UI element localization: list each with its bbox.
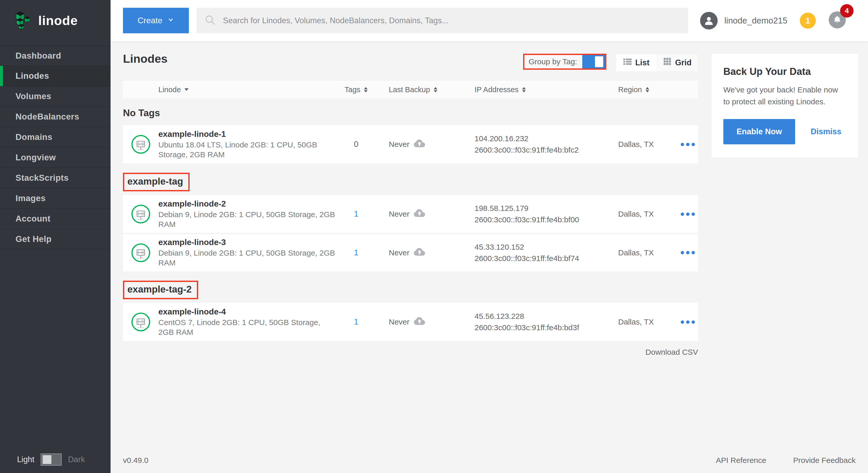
footer-links: API Reference Provide Feedback <box>716 456 856 465</box>
linode-name[interactable]: example-linode-3 <box>158 238 337 247</box>
linode-status-icon <box>123 135 158 154</box>
notifications-button[interactable]: 4 <box>829 11 846 28</box>
linode-row-example-linode-4[interactable]: example-linode-4 CentOS 7, Linode 2GB: 1… <box>123 303 698 341</box>
sidebar-item-get-help[interactable]: Get Help <box>0 229 111 249</box>
ipv6-address: 2600:3c00::f03c:91ff:fe4b:bfc2 <box>474 144 618 156</box>
page-header: Linodes Group by Tag: <box>123 41 698 71</box>
provide-feedback-link[interactable]: Provide Feedback <box>793 456 856 465</box>
row-actions-button[interactable] <box>678 143 698 146</box>
theme-switch[interactable] <box>40 453 62 466</box>
linode-status-icon <box>123 204 158 224</box>
sidebar-item-volumes[interactable]: Volumes <box>0 86 111 107</box>
column-header-ip-addresses[interactable]: IP Addresses <box>474 86 618 94</box>
row-actions-button[interactable] <box>678 212 698 216</box>
sidebar-item-domains[interactable]: Domains <box>0 127 111 147</box>
linode-logo-icon <box>15 10 32 31</box>
search-icon <box>204 14 216 27</box>
account-badge[interactable]: 1 <box>800 13 816 29</box>
sidebar-item-longview[interactable]: Longview <box>0 147 111 168</box>
theme-switch-knob <box>43 455 52 464</box>
tag-group-heading: example-tag <box>123 173 190 191</box>
sort-icon <box>522 87 526 93</box>
download-csv-link[interactable]: Download CSV <box>646 348 698 356</box>
chevron-down-icon <box>167 16 175 25</box>
api-reference-link[interactable]: API Reference <box>716 456 766 465</box>
linode-specs: CentOS 7, Linode 2GB: 1 CPU, 50GB Storag… <box>158 317 337 337</box>
backup-cloud-icon[interactable] <box>413 317 426 327</box>
tag-group-example-tag: example-tag example-linode-2 Deb <box>123 173 698 271</box>
linode-row-example-linode-3[interactable]: example-linode-3 Debian 9, Linode 2GB: 1… <box>123 233 698 271</box>
linode-logo[interactable]: linode <box>0 0 111 41</box>
sidebar-item-stackscripts[interactable]: StackScripts <box>0 168 111 188</box>
sort-icon <box>364 87 368 93</box>
region: Dallas, TX <box>618 317 678 326</box>
row-actions-button[interactable] <box>678 320 698 324</box>
column-header-linode[interactable]: Linode <box>158 86 337 94</box>
backup-cloud-icon[interactable] <box>413 209 426 219</box>
column-header-region[interactable]: Region <box>618 86 678 94</box>
sidebar-item-images[interactable]: Images <box>0 188 111 209</box>
region: Dallas, TX <box>618 248 678 257</box>
create-button[interactable]: Create <box>123 8 189 33</box>
page-footer: v0.49.0 API Reference Provide Feedback <box>123 456 856 465</box>
ellipsis-icon <box>681 320 684 324</box>
account-badge-count: 1 <box>805 16 810 26</box>
linode-groups: No Tags example-linode-1 Ubuntu <box>123 108 698 341</box>
user-menu[interactable]: linode_demo215 <box>700 0 787 41</box>
linode-specs: Debian 9, Linode 2GB: 1 CPU, 50GB Storag… <box>158 248 337 268</box>
linode-name[interactable]: example-linode-2 <box>158 199 337 209</box>
list-view-label: List <box>635 58 649 67</box>
backup-card-body: We've got your back! Enable now to prote… <box>723 84 846 108</box>
column-header-last-backup[interactable]: Last Backup <box>375 86 474 94</box>
sort-icon <box>434 87 437 93</box>
linode-specs: Ubuntu 18.04 LTS, Linode 2GB: 1 CPU, 50G… <box>158 140 337 160</box>
sort-icon <box>646 87 649 93</box>
grid-view-button[interactable]: Grid <box>657 54 698 71</box>
linode-row-example-linode-2[interactable]: example-linode-2 Debian 9, Linode 2GB: 1… <box>123 195 698 233</box>
search-input[interactable] <box>222 16 680 26</box>
theme-dark-label: Dark <box>68 455 85 464</box>
ipv4-address: 45.33.120.152 <box>474 241 618 253</box>
linode-status-icon <box>123 243 158 263</box>
grid-icon <box>664 58 672 68</box>
app-version: v0.49.0 <box>123 456 148 465</box>
linode-status-icon <box>123 312 158 332</box>
ellipsis-icon <box>681 143 684 146</box>
column-header-tags[interactable]: Tags <box>337 86 375 94</box>
row-actions-button[interactable] <box>678 251 698 254</box>
sidebar: linode Dashboard Linodes Volumes NodeBal… <box>0 0 111 473</box>
view-toggle: List Grid <box>616 54 698 72</box>
linode-name[interactable]: example-linode-4 <box>158 307 337 316</box>
ipv6-address: 2600:3c00::f03c:91ff:fe4b:bf74 <box>474 253 618 264</box>
linode-row-example-linode-1[interactable]: example-linode-1 Ubuntu 18.04 LTS, Linod… <box>123 125 698 163</box>
ipv4-address: 104.200.16.232 <box>474 133 618 144</box>
linode-name[interactable]: example-linode-1 <box>158 129 337 139</box>
dismiss-link[interactable]: Dismiss <box>811 127 841 136</box>
avatar <box>700 12 718 29</box>
last-backup-value: Never <box>389 248 409 257</box>
sidebar-item-nodebalancers[interactable]: NodeBalancers <box>0 107 111 127</box>
linode-specs: Debian 9, Linode 2GB: 1 CPU, 50GB Storag… <box>158 210 337 229</box>
tags-count[interactable]: 1 <box>337 248 375 258</box>
backup-cloud-icon[interactable] <box>413 139 426 149</box>
ipv4-address: 198.58.125.179 <box>474 203 618 214</box>
tags-count[interactable]: 1 <box>337 317 375 327</box>
list-icon <box>623 58 632 67</box>
tags-count: 0 <box>337 140 375 149</box>
tags-count[interactable]: 1 <box>337 209 375 219</box>
csv-row: Download CSV <box>123 348 698 357</box>
sidebar-item-account[interactable]: Account <box>0 209 111 229</box>
list-view-button[interactable]: List <box>616 54 657 71</box>
enable-now-button[interactable]: Enable Now <box>723 119 795 144</box>
theme-light-label: Light <box>17 455 34 464</box>
global-search <box>196 8 688 33</box>
group-by-tag-toggle-knob <box>595 56 603 67</box>
group-by-tag-toggle[interactable] <box>582 55 605 68</box>
backup-cloud-icon[interactable] <box>413 247 426 258</box>
ipv4-address: 45.56.123.228 <box>474 311 618 322</box>
sidebar-item-linodes[interactable]: Linodes <box>0 66 111 86</box>
group-by-tag-annotation: Group by Tag: <box>523 54 606 70</box>
tag-group-example-tag-2: example-tag-2 example-linode-4 C <box>123 281 698 341</box>
last-backup-value: Never <box>389 140 409 149</box>
sidebar-item-dashboard[interactable]: Dashboard <box>0 45 111 66</box>
